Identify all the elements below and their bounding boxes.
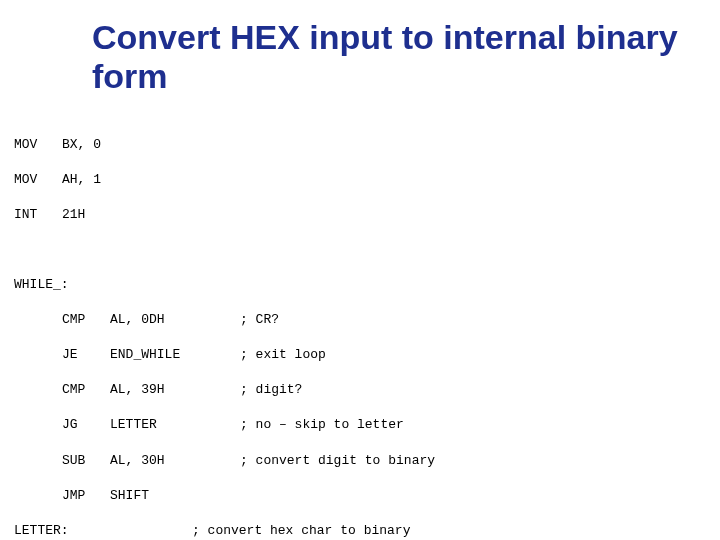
mnemonic: CMP: [62, 311, 110, 329]
mnemonic: JMP: [62, 487, 110, 505]
operand: AL, 0DH: [110, 311, 240, 329]
mnemonic: JE: [62, 346, 110, 364]
operand: BX, 0: [62, 136, 192, 154]
mnemonic: SUB: [62, 452, 110, 470]
mnemonic: MOV: [14, 136, 62, 154]
code-block: MOVBX, 0 MOVAH, 1 INT21H WHILE_: CMPAL, …: [14, 118, 720, 540]
mnemonic: INT: [14, 206, 62, 224]
comment: ; convert digit to binary: [240, 452, 435, 470]
comment: ; CR?: [240, 311, 279, 329]
label-while: WHILE_:: [14, 276, 69, 294]
operand: SHIFT: [110, 487, 240, 505]
operand: AL, 30H: [110, 452, 240, 470]
comment: ; convert hex char to binary: [192, 522, 410, 540]
comment: ; digit?: [240, 381, 302, 399]
comment: ; exit loop: [240, 346, 326, 364]
operand: END_WHILE: [110, 346, 240, 364]
comment: ; no – skip to letter: [240, 416, 404, 434]
label-letter: LETTER:: [14, 522, 69, 540]
operand: 21H: [62, 206, 192, 224]
operand: AL, 39H: [110, 381, 240, 399]
operand: AH, 1: [62, 171, 192, 189]
mnemonic: JG: [62, 416, 110, 434]
slide-title: Convert HEX input to internal binary for…: [92, 18, 720, 96]
mnemonic: MOV: [14, 171, 62, 189]
mnemonic: CMP: [62, 381, 110, 399]
operand: LETTER: [110, 416, 240, 434]
